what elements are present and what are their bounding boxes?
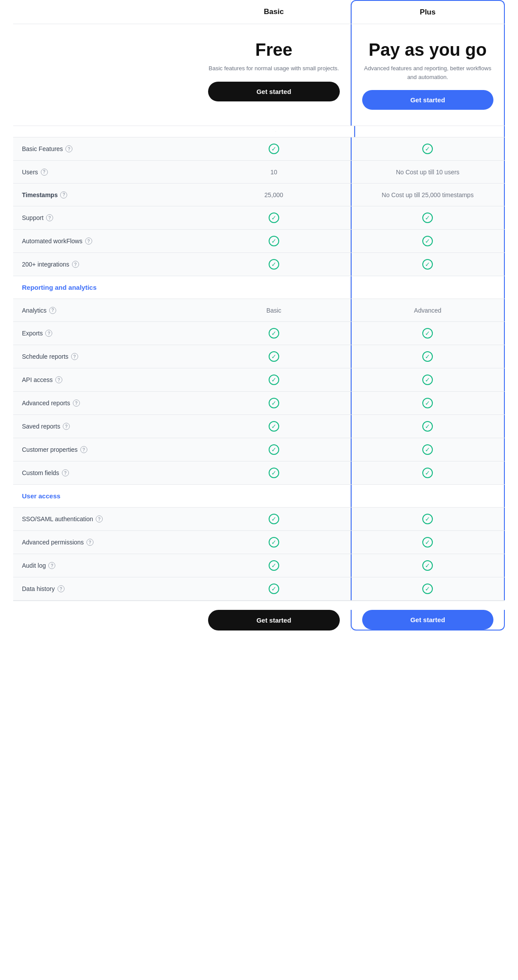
help-icon: ? xyxy=(71,353,78,360)
help-icon: ? xyxy=(62,469,69,476)
check-icon: ✓ xyxy=(269,560,279,571)
feature-row: Support ? ✓✓ xyxy=(13,206,505,230)
feature-row: Audit log ? ✓✓ xyxy=(13,554,505,577)
feature-label: Custom fields ? xyxy=(22,469,69,476)
help-icon: ? xyxy=(48,562,55,569)
plus-price: Pay as you go xyxy=(369,40,487,60)
help-icon: ? xyxy=(58,585,65,592)
feature-row: Reporting and analytics xyxy=(13,276,505,299)
check-icon: ✓ xyxy=(269,213,279,223)
feature-label: Users ? xyxy=(22,169,48,176)
check-icon: ✓ xyxy=(422,537,433,548)
basic-get-started-bottom[interactable]: Get started xyxy=(208,610,340,631)
section-header-label: Reporting and analytics xyxy=(22,284,97,291)
check-icon: ✓ xyxy=(269,584,279,594)
check-icon: ✓ xyxy=(422,375,433,385)
check-icon: ✓ xyxy=(269,259,279,270)
basic-cell-text: 25,000 xyxy=(264,191,283,198)
check-icon: ✓ xyxy=(422,444,433,455)
feature-row: Schedule reports ? ✓✓ xyxy=(13,345,505,368)
feature-label: Timestamps ? xyxy=(22,191,67,198)
feature-label: Exports ? xyxy=(22,330,52,337)
section-header-label: User access xyxy=(22,492,61,500)
check-icon: ✓ xyxy=(422,421,433,432)
check-icon: ✓ xyxy=(422,144,433,154)
check-icon: ✓ xyxy=(422,236,433,246)
help-icon: ? xyxy=(63,423,70,430)
plus-cell-text: No Cost up till 10 users xyxy=(396,169,460,176)
help-icon: ? xyxy=(85,238,92,245)
help-icon: ? xyxy=(65,145,72,152)
check-icon: ✓ xyxy=(269,468,279,478)
check-icon: ✓ xyxy=(269,351,279,362)
plus-description: Advanced features and reporting, better … xyxy=(362,64,494,81)
help-icon: ? xyxy=(60,191,67,198)
help-icon: ? xyxy=(96,515,103,522)
help-icon: ? xyxy=(86,539,94,546)
feature-row: Custom fields ? ✓✓ xyxy=(13,461,505,485)
feature-row: Exports ? ✓✓ xyxy=(13,322,505,345)
help-icon: ? xyxy=(73,400,80,407)
feature-row: API access ? ✓✓ xyxy=(13,368,505,392)
feature-label: SSO/SAML authentication ? xyxy=(22,515,103,522)
check-icon: ✓ xyxy=(422,514,433,524)
check-icon: ✓ xyxy=(422,398,433,408)
check-icon: ✓ xyxy=(269,144,279,154)
feature-row: User access xyxy=(13,485,505,508)
feature-row: 200+ integrations ? ✓✓ xyxy=(13,253,505,276)
check-icon: ✓ xyxy=(269,398,279,408)
feature-label: Support ? xyxy=(22,214,53,221)
feature-row: Basic Features ? ✓✓ xyxy=(13,137,505,161)
feature-label: Automated workFlows ? xyxy=(22,238,92,245)
basic-description: Basic features for normal usage with sma… xyxy=(209,64,339,73)
help-icon: ? xyxy=(72,261,79,268)
check-icon: ✓ xyxy=(269,375,279,385)
plus-get-started-bottom[interactable]: Get started xyxy=(362,610,494,630)
help-icon: ? xyxy=(80,446,87,453)
help-icon: ? xyxy=(45,330,52,337)
check-icon: ✓ xyxy=(422,468,433,478)
help-icon: ? xyxy=(46,214,53,221)
feature-row: SSO/SAML authentication ? ✓✓ xyxy=(13,508,505,531)
basic-plan-header: Basic xyxy=(198,0,351,24)
feature-row: Saved reports ? ✓✓ xyxy=(13,415,505,438)
check-icon: ✓ xyxy=(422,351,433,362)
feature-label: Customer properties ? xyxy=(22,446,87,453)
check-icon: ✓ xyxy=(422,259,433,270)
check-icon: ✓ xyxy=(422,213,433,223)
feature-label: Saved reports ? xyxy=(22,423,70,430)
basic-cell-text: Basic xyxy=(266,307,281,314)
check-icon: ✓ xyxy=(269,236,279,246)
check-icon: ✓ xyxy=(422,560,433,571)
check-icon: ✓ xyxy=(269,514,279,524)
feature-row: Users ? 10No Cost up till 10 users xyxy=(13,161,505,184)
basic-price: Free xyxy=(255,40,293,60)
feature-label: Basic Features ? xyxy=(22,145,72,152)
feature-label: Advanced permissions ? xyxy=(22,539,94,546)
check-icon: ✓ xyxy=(269,537,279,548)
check-icon: ✓ xyxy=(269,444,279,455)
feature-label: Analytics ? xyxy=(22,307,56,314)
basic-get-started-top[interactable]: Get started xyxy=(208,82,340,101)
feature-row: Automated workFlows ? ✓✓ xyxy=(13,230,505,253)
feature-label: Schedule reports ? xyxy=(22,353,78,360)
help-icon: ? xyxy=(49,307,56,314)
feature-row: Analytics ? BasicAdvanced xyxy=(13,299,505,322)
plus-plan-header: Plus xyxy=(351,0,505,24)
feature-row: Advanced reports ? ✓✓ xyxy=(13,392,505,415)
check-icon: ✓ xyxy=(422,328,433,339)
feature-label: API access ? xyxy=(22,376,62,383)
feature-row: Customer properties ? ✓✓ xyxy=(13,438,505,461)
help-icon: ? xyxy=(55,376,62,383)
basic-intro: Free Basic features for normal usage wit… xyxy=(198,24,351,126)
feature-row: Advanced permissions ? ✓✓ xyxy=(13,531,505,554)
basic-cell-text: 10 xyxy=(270,169,277,176)
feature-label: Advanced reports ? xyxy=(22,400,80,407)
plus-get-started-top[interactable]: Get started xyxy=(362,90,494,110)
feature-label: 200+ integrations ? xyxy=(22,261,79,268)
plus-cell-text: Advanced xyxy=(414,307,441,314)
feature-row: Data history ? ✓✓ xyxy=(13,577,505,601)
feature-label: Audit log ? xyxy=(22,562,55,569)
check-icon: ✓ xyxy=(269,328,279,339)
check-icon: ✓ xyxy=(422,584,433,594)
